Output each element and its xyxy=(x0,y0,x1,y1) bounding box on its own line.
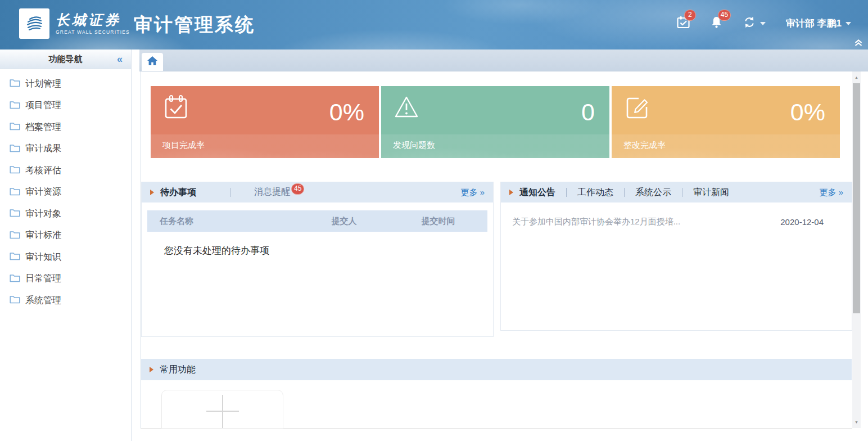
folder-icon xyxy=(10,251,20,263)
todo-empty-message: 您没有未处理的待办事项 xyxy=(164,244,493,257)
news-item[interactable]: 关于参加中国内部审计协会举办12月面授培... 2020-12-04 xyxy=(501,202,852,227)
scroll-up-arrow[interactable]: ▲ xyxy=(852,73,861,81)
home-icon xyxy=(147,56,158,68)
refresh-button[interactable] xyxy=(743,16,766,31)
folder-icon xyxy=(10,295,20,306)
sidebar: 功能导航 « 计划管理 项目管理 档案管理 审计成果 考核评估 xyxy=(0,50,132,441)
stat-card-issues-found: 0 发现问题数 xyxy=(381,86,609,158)
stat-card-rectification: 0% 整改完成率 xyxy=(612,86,840,158)
tab-audit-news[interactable]: 审计新闻 xyxy=(693,187,729,199)
todo-button[interactable]: 2 xyxy=(677,16,690,31)
column-task-name: 任务名称 xyxy=(147,216,299,227)
calendar-check-icon xyxy=(163,94,189,122)
scroll-down-arrow[interactable]: ▼ xyxy=(852,418,861,426)
folder-icon xyxy=(10,100,20,111)
stat-value: 0% xyxy=(329,98,364,126)
todo-more-link[interactable]: 更多 » xyxy=(460,187,485,198)
app-header: 长城证券 GREAT WALL SECURITIES 审计管理系统 2 xyxy=(0,0,868,50)
todo-badge: 2 xyxy=(684,10,696,21)
folder-icon xyxy=(10,143,20,155)
refresh-icon xyxy=(743,16,756,31)
stat-value: 0 xyxy=(581,98,595,126)
tab-home[interactable] xyxy=(142,53,163,71)
tab-message-reminders[interactable]: 消息提醒45 xyxy=(254,186,304,199)
sidebar-item-audit-standards[interactable]: 审计标准 xyxy=(0,225,131,247)
sidebar-item-label: 日常管理 xyxy=(25,273,61,285)
sidebar-item-label: 档案管理 xyxy=(25,122,61,133)
divider xyxy=(230,188,230,197)
sidebar-header: 功能导航 « xyxy=(0,50,131,69)
triangle-marker-icon xyxy=(150,190,154,195)
tab-notices[interactable]: 通知公告 xyxy=(519,187,555,199)
notice-more-link[interactable]: 更多 » xyxy=(819,187,843,198)
news-title: 关于参加中国内部审计协会举办12月面授培... xyxy=(512,217,769,227)
folder-icon xyxy=(10,187,20,198)
sidebar-item-assessment[interactable]: 考核评估 xyxy=(0,160,131,182)
todo-panel: 待办事项 消息提醒45 更多 » 任务名称 提交人 提交时间 您没有未处理的待办… xyxy=(141,182,494,337)
folder-icon xyxy=(10,208,20,219)
news-date: 2020-12-04 xyxy=(780,217,824,227)
stat-label: 整改完成率 xyxy=(623,140,666,151)
notifications-button[interactable]: 45 xyxy=(711,16,722,31)
notice-panel: 通知公告 工作动态 系统公示 审计新闻 更多 » 关于参加中国内部审计协会举办1… xyxy=(500,182,852,331)
shortcuts-header: 常用功能 xyxy=(141,359,852,380)
company-logo-icon xyxy=(19,8,49,39)
todo-panel-header: 待办事项 消息提醒45 更多 » xyxy=(142,182,493,202)
scrollbar-thumb[interactable] xyxy=(853,83,860,313)
sidebar-item-label: 考核评估 xyxy=(25,165,61,177)
sidebar-collapse-button[interactable]: « xyxy=(117,54,123,64)
add-shortcut-button[interactable] xyxy=(161,390,283,429)
sidebar-item-label: 审计资源 xyxy=(25,186,61,198)
notice-panel-header: 通知公告 工作动态 系统公示 审计新闻 更多 » xyxy=(501,182,852,202)
sidebar-item-project-mgmt[interactable]: 项目管理 xyxy=(0,95,131,117)
divider xyxy=(566,188,567,197)
notifications-badge: 45 xyxy=(718,10,731,21)
stat-label: 项目完成率 xyxy=(162,140,205,151)
user-menu[interactable]: 审计部 李鹏1 xyxy=(786,17,851,30)
stat-value: 0% xyxy=(790,98,825,126)
vertical-scrollbar[interactable]: ▲ ▼ xyxy=(852,71,861,428)
sidebar-item-audit-objects[interactable]: 审计对象 xyxy=(0,203,131,225)
sidebar-item-label: 审计知识 xyxy=(25,251,61,263)
tab-work-updates[interactable]: 工作动态 xyxy=(577,187,613,199)
sidebar-item-audit-resources[interactable]: 审计资源 xyxy=(0,182,131,204)
sidebar-item-plan-mgmt[interactable]: 计划管理 xyxy=(0,73,131,95)
divider xyxy=(624,188,625,197)
folder-icon xyxy=(10,122,20,133)
chevron-down-icon xyxy=(760,22,766,25)
tab-todo-items[interactable]: 待办事项 xyxy=(160,187,196,199)
edit-square-icon xyxy=(624,94,650,122)
tab-system-announcements[interactable]: 系统公示 xyxy=(635,187,671,199)
brand-name-en: GREAT WALL SECURITIES xyxy=(56,29,130,35)
chevron-down-icon xyxy=(846,22,851,25)
page-title: 审计管理系统 xyxy=(134,12,255,38)
sidebar-nav: 计划管理 项目管理 档案管理 审计成果 考核评估 审计资源 xyxy=(0,69,131,312)
sidebar-item-daily-mgmt[interactable]: 日常管理 xyxy=(0,268,131,290)
sidebar-item-audit-results[interactable]: 审计成果 xyxy=(0,138,131,160)
column-submit-time: 提交时间 xyxy=(389,216,487,227)
sidebar-item-audit-knowledge[interactable]: 审计知识 xyxy=(0,246,131,268)
triangle-marker-icon xyxy=(509,190,513,195)
todo-table-header: 任务名称 提交人 提交时间 xyxy=(147,210,487,232)
user-name: 审计部 李鹏1 xyxy=(786,17,842,30)
warning-triangle-icon xyxy=(394,94,419,122)
sidebar-item-archive-mgmt[interactable]: 档案管理 xyxy=(0,116,131,138)
shortcuts-title: 常用功能 xyxy=(160,364,196,376)
messages-badge: 45 xyxy=(291,183,304,195)
folder-icon xyxy=(10,78,20,89)
collapse-header-button[interactable] xyxy=(854,39,863,49)
sidebar-item-system-mgmt[interactable]: 系统管理 xyxy=(0,290,131,312)
sidebar-item-label: 项目管理 xyxy=(25,100,61,111)
sidebar-item-label: 审计标准 xyxy=(25,230,61,241)
triangle-marker-icon xyxy=(150,367,153,372)
folder-icon xyxy=(10,165,20,176)
column-submitter: 提交人 xyxy=(299,216,389,227)
divider xyxy=(682,188,682,197)
brand-name: 长城证券 xyxy=(56,12,130,28)
plus-icon xyxy=(162,390,283,428)
stat-label: 发现问题数 xyxy=(393,140,435,151)
main-content: 0% 项目完成率 0 发现问题数 xyxy=(141,71,852,429)
tab-bar xyxy=(139,50,868,71)
app-root: 长城证券 GREAT WALL SECURITIES 审计管理系统 2 xyxy=(0,0,868,441)
folder-icon xyxy=(10,230,20,241)
